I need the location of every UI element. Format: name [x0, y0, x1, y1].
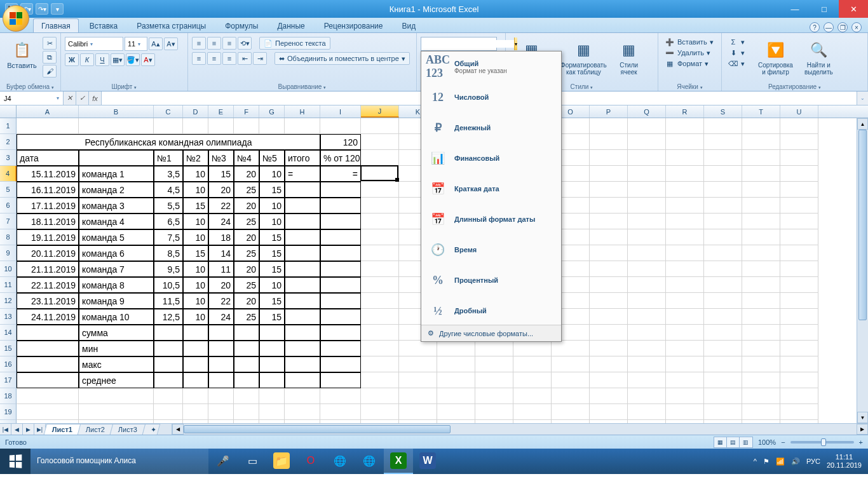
- cell-R2[interactable]: [666, 134, 704, 150]
- cell-A12[interactable]: 23.11.2019: [17, 293, 79, 309]
- cell-R4[interactable]: [666, 166, 704, 182]
- number-format-combo[interactable]: ▾: [421, 37, 497, 51]
- cell-A19[interactable]: [17, 404, 79, 420]
- cell-P1[interactable]: [590, 118, 628, 134]
- col-header-H[interactable]: H: [285, 105, 320, 118]
- sheet-tab-Лист3[interactable]: Лист3: [110, 424, 146, 435]
- cell-C14[interactable]: [154, 325, 183, 341]
- cell-J6[interactable]: [361, 198, 399, 214]
- cell-U1[interactable]: [780, 118, 818, 134]
- cell-Q16[interactable]: [628, 356, 666, 372]
- cell-T18[interactable]: [742, 388, 780, 404]
- page-layout-view-icon[interactable]: ▤: [727, 437, 740, 447]
- increase-font-icon[interactable]: A▴: [149, 37, 163, 50]
- cell-P12[interactable]: [590, 293, 628, 309]
- cell-C1[interactable]: [154, 118, 183, 134]
- cell-D12[interactable]: 10: [183, 293, 208, 309]
- format-item-7[interactable]: % Процентный: [421, 265, 561, 295]
- cell-T19[interactable]: [742, 404, 780, 420]
- format-item-8[interactable]: ½ Дробный: [421, 295, 561, 325]
- cell-U5[interactable]: [780, 182, 818, 198]
- format-item-4[interactable]: 📅 Краткая дата: [421, 173, 561, 204]
- cell-B1[interactable]: [79, 118, 154, 134]
- cell-F4[interactable]: 20: [234, 166, 259, 182]
- scroll-up-icon[interactable]: ▲: [857, 118, 868, 130]
- cell-O16[interactable]: [552, 356, 590, 372]
- cell-C3[interactable]: №1: [154, 150, 183, 166]
- cell-P13[interactable]: [590, 309, 628, 325]
- format-item-0[interactable]: ABC 123 ОбщийФормат не указан: [421, 51, 561, 82]
- col-header-P[interactable]: P: [590, 105, 628, 118]
- align-center-icon[interactable]: ≡: [207, 52, 221, 65]
- cell-G10[interactable]: 15: [259, 261, 285, 277]
- col-header-S[interactable]: S: [704, 105, 742, 118]
- cell-F12[interactable]: 20: [234, 293, 259, 309]
- cell-B15[interactable]: мин: [79, 341, 154, 356]
- cell-D19[interactable]: [183, 404, 208, 420]
- cell-Q18[interactable]: [628, 388, 666, 404]
- cell-K17[interactable]: [399, 372, 437, 388]
- maximize-button[interactable]: □: [810, 0, 839, 18]
- cell-I15[interactable]: [320, 341, 361, 356]
- minimize-ribbon-icon[interactable]: —: [824, 22, 834, 32]
- cell-C19[interactable]: [154, 404, 183, 420]
- cell-S7[interactable]: [704, 214, 742, 229]
- tab-Формулы[interactable]: Формулы: [217, 18, 266, 32]
- cell-J17[interactable]: [361, 372, 399, 388]
- cell-S5[interactable]: [704, 182, 742, 198]
- format-item-1[interactable]: 12 Числовой: [421, 82, 561, 112]
- cell-I1[interactable]: [320, 118, 361, 134]
- cell-K16[interactable]: [399, 356, 437, 372]
- cell-R16[interactable]: [666, 356, 704, 372]
- cell-Q14[interactable]: [628, 325, 666, 341]
- cell-U18[interactable]: [780, 388, 818, 404]
- col-header-F[interactable]: F: [234, 105, 259, 118]
- cell-P15[interactable]: [590, 341, 628, 356]
- cell-U3[interactable]: [780, 150, 818, 166]
- font-name-combo[interactable]: Calibri▾: [65, 37, 123, 51]
- hscroll-thumb[interactable]: [184, 425, 451, 433]
- normal-view-icon[interactable]: ▦: [714, 437, 727, 447]
- cell-T16[interactable]: [742, 356, 780, 372]
- tray-flag-icon[interactable]: ⚑: [763, 458, 770, 466]
- cell-E6[interactable]: 22: [208, 198, 234, 214]
- cell-T17[interactable]: [742, 372, 780, 388]
- cell-P2[interactable]: [590, 134, 628, 150]
- cell-H6[interactable]: [285, 198, 320, 214]
- cell-A14[interactable]: [17, 325, 79, 341]
- font-size-combo[interactable]: 11▾: [125, 37, 147, 51]
- col-header-C[interactable]: C: [154, 105, 183, 118]
- cell-S4[interactable]: [704, 166, 742, 182]
- cell-C13[interactable]: 12,5: [154, 309, 183, 325]
- cell-I6[interactable]: [320, 198, 361, 214]
- cell-A13[interactable]: 24.11.2019: [17, 309, 79, 325]
- cell-B7[interactable]: команда 4: [79, 214, 154, 229]
- cell-D18[interactable]: [183, 388, 208, 404]
- cell-B9[interactable]: команда 6: [79, 245, 154, 261]
- cell-F19[interactable]: [234, 404, 259, 420]
- cell-Q4[interactable]: [628, 166, 666, 182]
- cell-S11[interactable]: [704, 277, 742, 293]
- cell-F11[interactable]: 25: [234, 277, 259, 293]
- zoom-level[interactable]: 100%: [758, 438, 776, 446]
- cell-R12[interactable]: [666, 293, 704, 309]
- cell-I16[interactable]: [320, 356, 361, 372]
- cell-H11[interactable]: [285, 277, 320, 293]
- cell-S10[interactable]: [704, 261, 742, 277]
- more-number-formats[interactable]: ⚙ Другие числовые форматы...: [421, 325, 561, 341]
- cell-P8[interactable]: [590, 229, 628, 245]
- cell-O15[interactable]: [552, 341, 590, 356]
- underline-button[interactable]: Ч: [95, 53, 109, 66]
- tab-Данные[interactable]: Данные: [269, 18, 313, 32]
- cell-A5[interactable]: 16.11.2019: [17, 182, 79, 198]
- cell-D3[interactable]: №2: [183, 150, 208, 166]
- cell-F10[interactable]: 20: [234, 261, 259, 277]
- zoom-slider[interactable]: [790, 441, 854, 444]
- cell-I2[interactable]: 120: [320, 134, 361, 150]
- row-header-15[interactable]: 15: [0, 341, 17, 356]
- cell-R15[interactable]: [666, 341, 704, 356]
- cell-J1[interactable]: [361, 118, 399, 134]
- cell-R3[interactable]: [666, 150, 704, 166]
- cell-U7[interactable]: [780, 214, 818, 229]
- format-item-3[interactable]: 📊 Финансовый: [421, 143, 561, 173]
